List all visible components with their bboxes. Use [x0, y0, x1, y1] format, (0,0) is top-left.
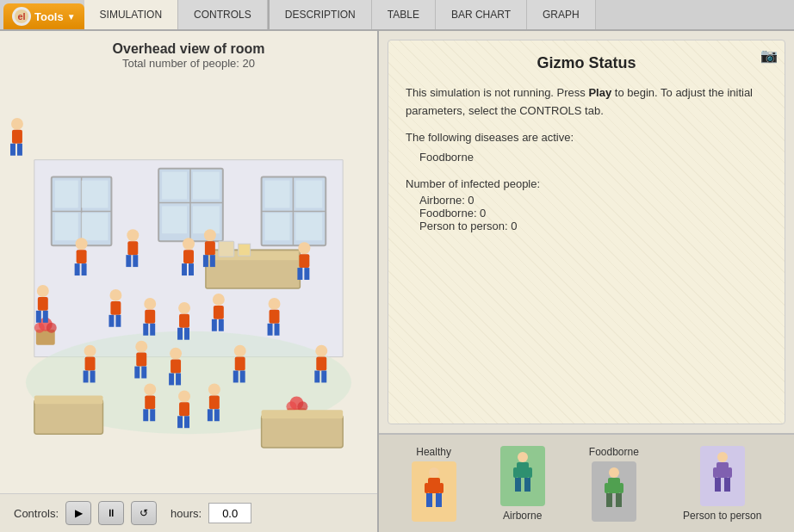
svg-text:el: el	[17, 11, 25, 22]
tab-description[interactable]: DESCRIPTION	[270, 0, 372, 29]
room-illustration	[9, 75, 369, 493]
svg-rect-14	[162, 172, 187, 200]
tools-dropdown-arrow: ▼	[67, 12, 76, 22]
svg-rect-110	[145, 395, 155, 409]
svg-point-133	[609, 467, 619, 478]
svg-point-31	[34, 323, 45, 333]
tools-label: Tools	[34, 10, 64, 23]
svg-rect-51	[182, 263, 187, 275]
svg-rect-122	[428, 478, 440, 493]
svg-rect-28	[239, 244, 251, 256]
svg-rect-60	[304, 268, 309, 280]
svg-rect-52	[189, 263, 194, 275]
tab-table[interactable]: TABLE	[372, 0, 436, 29]
svg-rect-112	[150, 409, 155, 421]
svg-rect-54	[205, 241, 215, 255]
svg-rect-21	[265, 181, 290, 208]
infected-title: Number of infected people:	[406, 177, 767, 190]
svg-rect-106	[316, 357, 326, 371]
disease-item-foodborne: Foodborne	[419, 151, 767, 164]
svg-rect-124	[436, 493, 442, 507]
tab-graph[interactable]: GRAPH	[527, 0, 596, 29]
svg-rect-70	[145, 310, 155, 324]
svg-rect-91	[134, 367, 140, 379]
svg-rect-56	[210, 255, 215, 267]
legend-airborne: Airborne	[500, 446, 545, 522]
svg-rect-86	[85, 357, 96, 371]
svg-rect-62	[38, 297, 48, 311]
svg-rect-22	[295, 181, 322, 208]
legend-person-to-person: Person to person	[683, 446, 761, 522]
tools-button[interactable]: el Tools ▼	[3, 3, 84, 29]
svg-rect-39	[262, 415, 344, 448]
svg-point-85	[84, 345, 96, 357]
svg-rect-68	[115, 315, 121, 327]
right-panel: 📷 Gizmo Status This simulation is not ru…	[379, 31, 794, 532]
legend-airborne-figure	[500, 446, 545, 506]
svg-point-105	[315, 345, 327, 357]
legend-person-figure	[700, 446, 745, 506]
svg-rect-27	[219, 241, 234, 257]
top-nav-bar: el Tools ▼ SIMULATION CONTROLS DESCRIPTI…	[0, 0, 794, 31]
legend-healthy-figure	[412, 461, 456, 522]
svg-rect-87	[84, 371, 89, 383]
svg-rect-46	[127, 241, 138, 255]
svg-rect-88	[90, 371, 96, 383]
svg-rect-63	[36, 311, 41, 323]
svg-rect-141	[715, 478, 721, 492]
svg-point-127	[518, 452, 528, 462]
svg-rect-59	[297, 268, 302, 280]
svg-rect-8	[82, 181, 109, 208]
svg-rect-34	[34, 395, 103, 404]
svg-rect-144	[728, 467, 732, 478]
svg-rect-92	[141, 367, 146, 379]
controls-label: Controls:	[14, 507, 59, 520]
legend-foodborne-figure	[592, 461, 636, 522]
pause-button[interactable]: ⏸	[98, 501, 124, 525]
svg-rect-129	[515, 478, 521, 492]
camera-icon[interactable]: 📷	[760, 47, 778, 64]
svg-rect-83	[268, 324, 273, 336]
svg-rect-50	[183, 250, 194, 263]
svg-point-41	[76, 238, 88, 250]
reset-button[interactable]: ↺	[131, 501, 157, 525]
svg-rect-95	[169, 374, 174, 386]
svg-rect-44	[82, 263, 87, 275]
hours-input[interactable]	[208, 503, 251, 523]
svg-rect-66	[110, 301, 121, 315]
legend-person-label: Person to person	[683, 510, 761, 522]
tab-controls[interactable]: CONTROLS	[178, 0, 268, 29]
svg-point-45	[127, 229, 139, 241]
svg-rect-114	[179, 402, 189, 416]
svg-point-113	[178, 390, 190, 402]
svg-rect-71	[143, 324, 148, 336]
svg-rect-74	[179, 314, 189, 328]
tab-simulation[interactable]: SIMULATION	[84, 0, 178, 29]
svg-point-93	[170, 348, 182, 360]
tab-bar-chart[interactable]: BAR CHART	[436, 0, 527, 29]
svg-rect-111	[143, 409, 148, 421]
svg-rect-131	[513, 467, 518, 478]
sim-title: Overhead view of room	[14, 41, 363, 57]
legend-airborne-label: Airborne	[503, 510, 542, 522]
svg-rect-107	[314, 371, 319, 383]
svg-point-109	[144, 383, 156, 395]
sim-controls-bar: Controls: ▶ ⏸ ↺ hours:	[0, 493, 377, 532]
svg-rect-96	[176, 374, 181, 386]
play-button[interactable]: ▶	[65, 501, 91, 525]
svg-point-97	[11, 118, 23, 130]
diseases-intro: The following diseases are active:	[406, 131, 767, 144]
svg-point-61	[37, 285, 49, 297]
svg-rect-15	[193, 172, 220, 200]
svg-rect-125	[425, 483, 429, 493]
svg-point-89	[135, 341, 147, 353]
svg-rect-99	[10, 144, 16, 156]
svg-rect-102	[235, 357, 245, 371]
svg-rect-64	[43, 311, 48, 323]
svg-rect-100	[17, 144, 22, 156]
svg-rect-134	[608, 478, 620, 493]
svg-point-117	[208, 383, 220, 395]
svg-rect-47	[126, 255, 131, 267]
svg-rect-42	[77, 250, 87, 263]
left-panel: Overhead view of room Total number of pe…	[0, 31, 379, 532]
